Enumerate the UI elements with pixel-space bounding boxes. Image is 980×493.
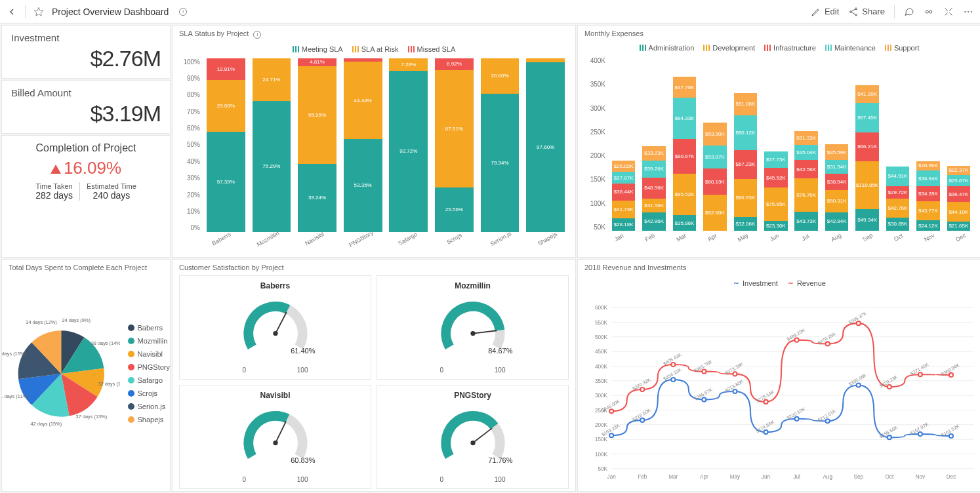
data-point[interactable]: [795, 338, 799, 342]
bar[interactable]: $53.90K$53.07K$60.19K$82.60K: [703, 57, 727, 231]
triangle-up-icon: [51, 165, 61, 174]
star-icon[interactable]: [33, 7, 44, 17]
legend-item[interactable]: Mozmillin: [128, 337, 170, 345]
view-icon[interactable]: [924, 7, 934, 17]
svg-point-1: [850, 10, 852, 12]
svg-text:450K: 450K: [595, 349, 608, 355]
data-point[interactable]: [826, 419, 830, 423]
svg-text:Oct: Oct: [885, 474, 893, 480]
bar[interactable]: 12.81%29.80%57.39%: [207, 58, 245, 232]
svg-text:31 days (11%): 31 days (11%): [2, 393, 29, 399]
share-button[interactable]: Share: [848, 7, 885, 17]
line-chart: 2018 Revenue and Investments ～Investment…: [577, 259, 980, 492]
data-point[interactable]: [826, 342, 830, 345]
sla-chart: SLA Status by Project i Meeting SLA SLA …: [172, 25, 576, 258]
data-point[interactable]: [795, 417, 799, 421]
data-point[interactable]: [857, 321, 861, 325]
info-icon[interactable]: i: [179, 8, 187, 16]
data-point[interactable]: [888, 435, 891, 439]
svg-text:Jan: Jan: [607, 474, 617, 480]
bar[interactable]: 20.66%79.34%: [481, 58, 520, 232]
expand-icon[interactable]: [943, 7, 954, 17]
legend-item[interactable]: Safargo: [128, 376, 170, 384]
legend-item[interactable]: Scrojs: [128, 389, 170, 397]
svg-text:550K: 550K: [595, 320, 608, 326]
chart-title: SLA Status by Project: [179, 30, 249, 37]
line-series[interactable]: [611, 380, 951, 437]
data-point[interactable]: [918, 372, 922, 376]
svg-point-5: [964, 11, 966, 12]
svg-text:42 days (15%): 42 days (15%): [2, 351, 26, 357]
chart-title: Monthly Expenses: [578, 26, 980, 41]
data-point[interactable]: [857, 383, 861, 387]
data-point[interactable]: [702, 397, 706, 401]
bar[interactable]: 7.28%92.72%: [389, 58, 428, 232]
line-svg: 600K550K500K450K400K350K300K250K200K150K…: [578, 293, 980, 483]
svg-text:Feb: Feb: [638, 474, 647, 480]
data-point[interactable]: [918, 432, 922, 436]
legend-item[interactable]: PNGStory: [128, 363, 170, 371]
bar[interactable]: 4.81%55.95%39.24%: [298, 58, 337, 232]
legend-item[interactable]: Navisibl: [128, 350, 170, 358]
pencil-icon: [811, 7, 821, 17]
data-point[interactable]: [640, 418, 644, 422]
svg-point-3: [926, 10, 928, 13]
bar[interactable]: $44.91K$29.72K$42.76K$30.85K: [886, 57, 910, 231]
bar[interactable]: $35.59K$31.34K$38.54K$50.31K$42.84K: [825, 57, 849, 231]
bar[interactable]: $26.02K$27.87K$38.44K$41.73K$28.18K: [612, 57, 636, 231]
share-icon: [848, 7, 859, 17]
svg-text:42 days (15%): 42 days (15%): [31, 421, 62, 427]
svg-text:Mar: Mar: [668, 474, 678, 480]
data-point[interactable]: [733, 389, 737, 393]
bar[interactable]: 6.92%67.51%25.56%: [435, 58, 474, 232]
bar[interactable]: $22.37K$25.67K$36.47K$44.10K$21.65K: [947, 57, 971, 231]
svg-text:38 days (14%): 38 days (14%): [91, 340, 121, 346]
data-point[interactable]: [671, 363, 675, 366]
bar[interactable]: $33.23K$39.26K$48.56K$31.56K$42.86K: [642, 57, 666, 231]
svg-point-2: [855, 14, 857, 16]
bar[interactable]: $41.20K$67.45K$66.21K$110.85K$49.34K: [855, 57, 879, 231]
data-point[interactable]: [764, 430, 767, 434]
data-point[interactable]: [949, 373, 953, 377]
data-point[interactable]: [733, 372, 737, 376]
bar[interactable]: $51.06K$80.12K$67.23K$86.93K$32.06K: [734, 57, 758, 231]
data-point[interactable]: [764, 400, 767, 404]
data-point[interactable]: [671, 378, 675, 382]
bar[interactable]: 24.71%75.29%: [253, 58, 291, 232]
bar[interactable]: 97.60%: [526, 58, 565, 232]
comment-icon[interactable]: [904, 7, 914, 17]
data-point[interactable]: [609, 433, 613, 437]
legend-item[interactable]: Shapejs: [128, 416, 170, 424]
bar[interactable]: 44.44%53.35%: [344, 58, 382, 232]
kpi-billed: Billed Amount $3.19M: [1, 80, 171, 134]
svg-text:200K: 200K: [595, 422, 608, 428]
kpi-value: $3.19M: [11, 101, 161, 127]
kpi-label: Investment: [11, 32, 161, 43]
legend-item[interactable]: Baberrs: [128, 324, 170, 332]
svg-point-0: [855, 8, 857, 10]
svg-text:24 days (9%): 24 days (9%): [62, 317, 90, 323]
data-point[interactable]: [640, 387, 644, 391]
legend-item[interactable]: Serion.js: [128, 403, 170, 410]
data-point[interactable]: [702, 370, 706, 374]
data-point[interactable]: [609, 409, 613, 413]
svg-point-21: [273, 441, 277, 445]
bar[interactable]: $37.73K$45.52K$75.65K$23.30K: [764, 57, 788, 231]
svg-text:34 days (12%): 34 days (12%): [26, 319, 57, 325]
bar[interactable]: $47.78K$94.33K$80.67K$95.52K$35.86K: [673, 57, 697, 231]
bar[interactable]: $20.96K$36.94K$34.28K$43.77K$24.12K: [916, 57, 940, 231]
edit-button[interactable]: Edit: [811, 7, 839, 17]
back-icon[interactable]: [7, 7, 17, 17]
info-icon[interactable]: i: [253, 31, 261, 39]
more-icon[interactable]: [963, 7, 973, 17]
svg-line-22: [473, 428, 492, 443]
bar[interactable]: $31.33K$35.04K$42.56K$76.76K$43.73K: [794, 57, 818, 231]
chart-legend: Administration Development Infrastructur…: [578, 41, 980, 57]
data-point[interactable]: [949, 434, 953, 438]
svg-text:Aug: Aug: [823, 474, 832, 480]
chart-legend: ～Investment ～Revenue: [578, 275, 980, 293]
line-series[interactable]: [611, 323, 951, 411]
data-point[interactable]: [888, 385, 891, 389]
gauge-navisibl: Navisibl 60.83% 0100: [179, 385, 371, 489]
kpi-value: 16.09%: [7, 158, 165, 178]
